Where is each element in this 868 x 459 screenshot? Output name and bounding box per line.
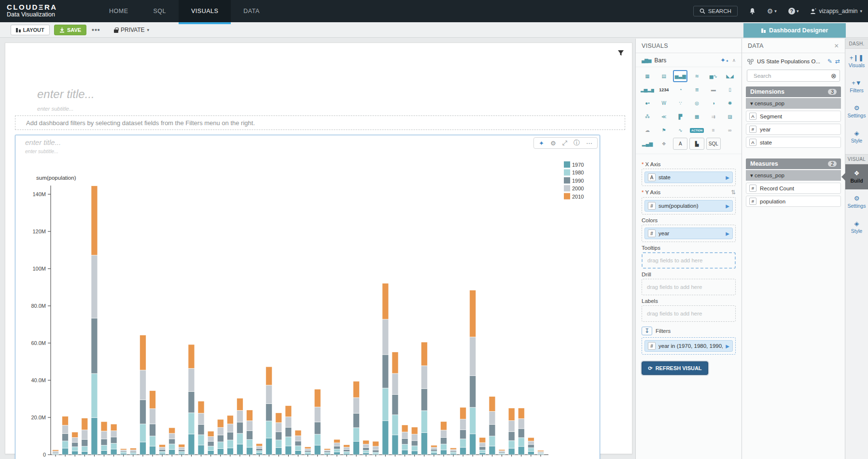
colors-field-pill[interactable]: # year ▶ (644, 228, 733, 239)
visual-type-extension[interactable]: ❖ (657, 138, 671, 150)
visual-type-table[interactable]: ▦ (640, 70, 655, 82)
dimension-field-segment[interactable]: ASegment (746, 111, 841, 122)
visual-type-kpi[interactable]: 1234 (657, 84, 671, 96)
y-axis-shelf[interactable]: # sum(population) ▶ (642, 197, 736, 215)
visual-type-gauge[interactable]: ◔ (673, 84, 687, 96)
dimension-field-state[interactable]: Astate (746, 137, 841, 148)
sidebar-item-build[interactable]: ❖Build (845, 164, 868, 189)
nav-tab-sql[interactable]: SQL (141, 0, 179, 22)
dashboard-filter-hint-bar[interactable]: Add dashboard filters by selecting datas… (15, 115, 625, 130)
refresh-icon: ⟳ (648, 365, 652, 372)
tooltips-shelf[interactable]: drag fields to add here (642, 252, 736, 269)
visual-type-combined-bar-line[interactable]: ▅∿ (706, 70, 721, 82)
sidebar-item-visuals[interactable]: +❙❚Visuals (845, 49, 868, 74)
nav-tab-data[interactable]: DATA (231, 0, 272, 22)
visual-type-bars[interactable]: ▅▃▆ (673, 70, 687, 82)
visual-type-rich-text[interactable]: A (673, 138, 687, 150)
y-axis-field-pill[interactable]: # sum(population) ▶ (644, 200, 733, 212)
sparkle-icon[interactable]: ✦✦ (720, 57, 729, 64)
save-button[interactable]: SAVE (54, 25, 86, 35)
svg-text:1990: 1990 (572, 178, 584, 184)
visual-type-scatter[interactable]: ∵ (673, 97, 687, 109)
visual-type-grouped-bars[interactable]: ▂▅▂▅ (640, 84, 655, 96)
dashboard-designer-button[interactable]: Dashboard Designer (743, 23, 846, 38)
dashboard-subtitle-input[interactable]: enter subtitle... (37, 106, 73, 112)
notifications-button[interactable] (749, 8, 756, 14)
nav-tab-home[interactable]: HOME (97, 0, 141, 22)
visual-type-word-cloud[interactable]: W (657, 97, 671, 109)
visual-type-packed-bubbles[interactable]: ●• (640, 97, 655, 109)
dimensions-group-census-pop[interactable]: ▾ census_pop (746, 98, 841, 109)
visual-type-flow[interactable]: ⇉ (706, 111, 721, 123)
refresh-visual-button[interactable]: ⟳ REFRESH VISUAL (642, 361, 708, 375)
sort-icon[interactable]: ⇅ (731, 189, 736, 196)
dashboard-filter-icon[interactable] (617, 50, 624, 58)
visual-type-header[interactable]: ▄▆▅ Bars ✦✦ ∧ (636, 53, 742, 67)
filter-field-pill[interactable]: # year in (1970, 1980, 1990,... ▶ (644, 340, 733, 352)
dashboard-title-input[interactable]: enter title... (37, 87, 95, 101)
field-menu-arrow[interactable]: ▶ (726, 175, 729, 180)
help-menu[interactable]: ?▾ (788, 8, 799, 14)
sidebar-item-filters[interactable]: +▼Filters (845, 74, 868, 99)
collapse-icon[interactable]: ∧ (732, 57, 736, 63)
visual-type-dendrogram[interactable]: ≪ (657, 111, 671, 123)
visual-type-radial[interactable]: ✺ (723, 97, 737, 109)
more-options-button[interactable]: ••• (87, 25, 105, 35)
measure-field-population[interactable]: #population (746, 196, 841, 207)
visual-type-timeline[interactable]: ≡ (706, 124, 721, 136)
close-icon[interactable]: ✕ (834, 43, 839, 49)
field-menu-arrow[interactable]: ▶ (726, 344, 729, 349)
colors-shelf[interactable]: # year ▶ (642, 225, 736, 242)
sidebar-item-style[interactable]: ◈Style (845, 124, 868, 149)
visual-type-histogram[interactable]: ▂▄▆ (640, 138, 655, 150)
layout-button[interactable]: LAYOUT (11, 25, 50, 35)
visual-type-network[interactable]: ⁂ (640, 111, 655, 123)
string-type-icon: A (749, 113, 756, 120)
dimension-field-year[interactable]: #year (746, 124, 841, 135)
visual-type-areas[interactable]: ◣◢ (723, 70, 737, 82)
labels-shelf[interactable]: drag fields to add here (642, 305, 736, 322)
visual-type-heatmap[interactable]: ▩ (689, 111, 704, 123)
sidebar-item-style[interactable]: ◈Style (845, 215, 868, 240)
visual-type-treemap[interactable]: ▛ (673, 111, 687, 123)
visual-type-small-bars[interactable]: ▙ (689, 138, 704, 150)
sidebar-item-settings[interactable]: ⚙Settings (845, 99, 868, 124)
visual-type-links[interactable]: ∞ (723, 124, 737, 136)
measures-group-census-pop[interactable]: ▾ census_pop (746, 170, 841, 181)
visual-type-sparklines[interactable]: ∿ (673, 124, 687, 136)
dimensions-header[interactable]: Dimensions 3 (746, 86, 841, 97)
visual-type-action[interactable]: ACTION (689, 124, 704, 136)
download-filter-icon[interactable]: ↧ (642, 327, 652, 335)
visual-type-cross-tabulation[interactable]: ▤ (657, 70, 671, 82)
visual-type-bullet[interactable]: ▬ (706, 84, 721, 96)
field-search-input[interactable] (754, 73, 828, 79)
visual-type-interactive-map[interactable]: ⚑ (657, 124, 671, 136)
visual-type-lines[interactable]: ≋ (689, 70, 704, 82)
visual-type-correlation-map[interactable]: ▨ (723, 111, 737, 123)
settings-menu[interactable]: ⚙▾ (767, 7, 777, 15)
visual-type-box-plot[interactable]: ▯ (723, 84, 737, 96)
search-button[interactable]: SEARCH (693, 6, 738, 16)
app-logo[interactable]: CLOUDΞRA Data Visualization (7, 3, 57, 18)
visual-type-donut[interactable]: ◎ (689, 97, 704, 109)
edit-dataset-icon[interactable]: ✎ (827, 58, 832, 65)
nav-tab-visuals[interactable]: VISUALS (179, 0, 231, 22)
field-menu-arrow[interactable]: ▶ (726, 203, 729, 209)
measure-field-record-count[interactable]: #Record Count (746, 183, 841, 194)
x-axis-shelf[interactable]: A state ▶ (642, 169, 736, 186)
switch-dataset-icon[interactable]: ⇄ (835, 58, 840, 65)
privacy-dropdown[interactable]: PRIVATE ▾ (109, 25, 154, 35)
clear-search-icon[interactable]: ⊗ (831, 72, 837, 80)
visual-type-choropleth-map[interactable]: ☁ (640, 124, 655, 136)
drill-shelf[interactable]: drag fields to add here (642, 279, 736, 295)
visual-type-horizontal-bars[interactable]: ≣ (689, 84, 704, 96)
measures-header[interactable]: Measures 2 (746, 158, 841, 169)
field-menu-arrow[interactable]: ▶ (726, 231, 729, 236)
sidebar-item-settings[interactable]: ⚙Settings (845, 189, 868, 215)
x-axis-field-pill[interactable]: A state ▶ (644, 172, 733, 183)
visual-type-pie[interactable]: ◑ (706, 97, 721, 109)
user-menu[interactable]: * vizapps_admin ▾ (810, 8, 862, 14)
filters-shelf[interactable]: # year in (1970, 1980, 1990,... ▶ (642, 337, 736, 355)
visual-card[interactable]: enter title... enter subtitle... ✦ ⚙ ⤢ ⓘ… (15, 135, 600, 459)
visual-type-sql[interactable]: SQL (706, 138, 721, 150)
